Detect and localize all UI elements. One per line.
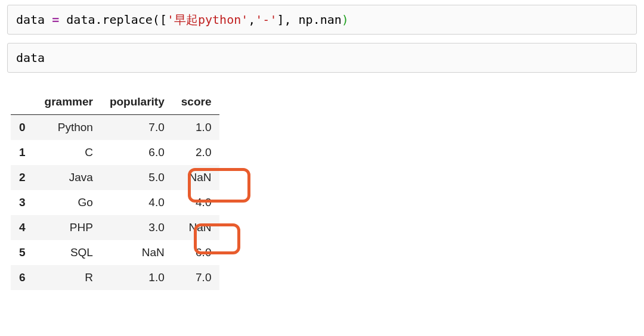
cell-value: 4.0 — [173, 190, 220, 215]
cell-value: 7.0 — [173, 265, 220, 290]
code-token: replace — [103, 13, 153, 27]
table-header-row: grammer popularity score — [11, 89, 219, 115]
cell-value: Java — [36, 165, 101, 190]
code-token: data — [16, 13, 45, 27]
code-token: [ — [160, 13, 167, 27]
row-index: 3 — [11, 190, 36, 215]
code-token: ( — [153, 13, 160, 27]
table-wrap: grammer popularity score 0 Python 7.0 1.… — [11, 89, 219, 290]
code-token: , — [284, 13, 298, 27]
table-row: 5 SQL NaN 6.0 — [11, 240, 219, 265]
col-header: score — [173, 89, 220, 115]
table-row: 1 C 6.0 2.0 — [11, 140, 219, 165]
cell-value: PHP — [36, 215, 101, 240]
row-index: 2 — [11, 165, 36, 190]
cell-value: 5.0 — [101, 165, 173, 190]
cell-value: NaN — [173, 165, 220, 190]
code-token: ] — [277, 13, 284, 27]
cell-value: 2.0 — [173, 140, 220, 165]
code-token: data — [16, 51, 45, 65]
code-cell-2[interactable]: data — [7, 43, 637, 73]
code-cell-1[interactable]: data = data.replace(['早起python','-'], np… — [7, 5, 637, 35]
code-token: . — [95, 13, 102, 27]
cell-value: 7.0 — [101, 115, 173, 141]
cell-value: 6.0 — [173, 240, 220, 265]
cell-value: R — [36, 265, 101, 290]
table-row: 3 Go 4.0 4.0 — [11, 190, 219, 215]
cell-value: NaN — [173, 215, 220, 240]
table-row: 0 Python 7.0 1.0 — [11, 115, 219, 141]
output-area: grammer popularity score 0 Python 7.0 1.… — [7, 89, 637, 293]
cell-value: 1.0 — [173, 115, 220, 141]
cell-value: 1.0 — [101, 265, 173, 290]
table-row: 4 PHP 3.0 NaN — [11, 215, 219, 240]
cell-value: NaN — [101, 240, 173, 265]
code-token: = — [52, 13, 59, 27]
cell-value: 6.0 — [101, 140, 173, 165]
code-token — [45, 13, 52, 27]
row-index: 6 — [11, 265, 36, 290]
cell-value: Python — [36, 115, 101, 141]
index-header — [11, 89, 36, 115]
row-index: 5 — [11, 240, 36, 265]
code-token: '早起python' — [167, 13, 248, 27]
row-index: 0 — [11, 115, 36, 141]
cell-value: Go — [36, 190, 101, 215]
cell-value: 4.0 — [101, 190, 173, 215]
code-token: ) — [342, 13, 349, 27]
col-header: popularity — [101, 89, 173, 115]
row-index: 1 — [11, 140, 36, 165]
code-token: . — [313, 13, 320, 27]
dataframe-table: grammer popularity score 0 Python 7.0 1.… — [11, 89, 219, 290]
code-token: , — [248, 13, 255, 27]
code-token — [59, 13, 66, 27]
table-row: 2 Java 5.0 NaN — [11, 165, 219, 190]
col-header: grammer — [36, 89, 101, 115]
code-token: nan — [320, 13, 342, 27]
row-index: 4 — [11, 215, 36, 240]
code-token: '-' — [255, 13, 277, 27]
table-row: 6 R 1.0 7.0 — [11, 265, 219, 290]
cell-value: C — [36, 140, 101, 165]
code-token: data — [66, 13, 95, 27]
cell-value: SQL — [36, 240, 101, 265]
cell-value: 3.0 — [101, 215, 173, 240]
code-token: np — [299, 13, 313, 27]
